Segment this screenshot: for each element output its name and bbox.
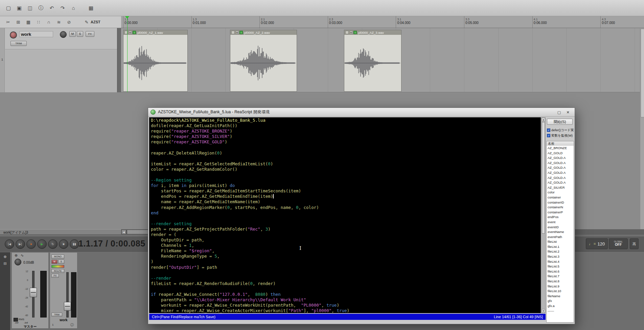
watch-variable[interactable]: color xyxy=(547,190,574,195)
watch-variable[interactable]: AZ_BRONZE xyxy=(547,146,574,151)
code-line[interactable]: mixer = reaper.AZ_Wwise_CreateActorMixer… xyxy=(151,308,541,313)
defer-checkbox[interactable]: ✓ defer()コード実行 xyxy=(547,128,574,132)
playrate-label[interactable]: 再 xyxy=(630,238,639,249)
cut-items-icon[interactable]: ✂ xyxy=(5,18,12,26)
watch-variable[interactable]: eventID xyxy=(547,225,574,230)
open-project-icon[interactable]: ▣ xyxy=(16,4,23,12)
code-line[interactable] xyxy=(151,216,541,221)
code-line[interactable] xyxy=(151,286,541,292)
watch-variable[interactable]: fileList.6 xyxy=(547,269,574,274)
watch-variable[interactable]: fileList.7 xyxy=(547,274,574,279)
watch-variable[interactable]: eventName xyxy=(547,230,574,235)
code-line[interactable]: name = reaper.AZ_GetMediaItemName(item) xyxy=(151,199,541,205)
master-env-icon[interactable]: ∿ xyxy=(21,253,24,258)
mixer-mute-button[interactable]: M xyxy=(51,260,58,264)
code-line[interactable] xyxy=(151,270,541,276)
undo-icon[interactable]: ↶ xyxy=(48,4,55,12)
watch-variable[interactable]: gfx.a xyxy=(547,304,574,309)
mixer-trim-button[interactable]: TRIM xyxy=(51,313,62,316)
mixer-rail-icon-1[interactable]: ⊕ xyxy=(0,255,10,259)
track-mute-button[interactable]: M xyxy=(69,31,76,37)
play-button[interactable]: ▶ xyxy=(37,239,47,249)
code-line[interactable] xyxy=(151,156,541,161)
edit-mode-icon[interactable]: ✎ xyxy=(83,18,90,26)
go-to-end-button[interactable]: ▶| xyxy=(16,239,25,249)
code-line[interactable]: path = reaper.AZ_SetProjectPathFolder("R… xyxy=(151,227,541,232)
watch-variable[interactable]: AZ_GOLD.A xyxy=(547,165,574,170)
code-line[interactable]: end xyxy=(151,210,541,216)
watch-variable[interactable]: AZ_GOLD.A xyxy=(547,180,574,185)
code-line[interactable] xyxy=(151,172,541,178)
code-line[interactable]: workunit = reaper.AZ_Wwise_CreateWorkUni… xyxy=(151,303,541,308)
code-line[interactable]: fileList = reaper.AZ_RenderToAudioFile(0… xyxy=(151,281,541,286)
code-line[interactable]: if reaper.AZ_Wwise_Connect("127.0.0.1", … xyxy=(151,292,541,297)
watch-variable[interactable]: fileList.1 xyxy=(547,244,574,250)
record-arm-button[interactable] xyxy=(10,31,17,39)
info-icon[interactable]: ⓘ xyxy=(70,323,74,327)
watch-variable-list[interactable]: AZ_BRONZEAZ_GOLDAZ_GOLD.AAZ_GOLD.AAZ_GOL… xyxy=(546,146,574,323)
ide-titlebar[interactable]: AZSTOKE_Wwise_FullAuto_Bank_5.lua - ReaS… xyxy=(148,108,575,117)
mixer-solo-button[interactable]: S xyxy=(58,260,64,264)
timeline-ruler[interactable]: 1.10:00.0001.30:01.0002.10:02.0002.30:03… xyxy=(121,16,644,28)
track-solo-button[interactable]: S xyxy=(77,31,83,37)
item-info-badge[interactable]: i xyxy=(353,31,357,34)
lock-toggle-icon[interactable]: ⊘ xyxy=(66,18,72,26)
stop-button[interactable]: ■ xyxy=(59,239,68,249)
item-mute-badge[interactable]: M xyxy=(129,31,132,34)
code-line[interactable]: require("reaper_AZSTOKE_BRONZE") xyxy=(151,128,541,134)
watch-variable[interactable]: fileList.3 xyxy=(547,254,574,259)
hscroll-left-arrow[interactable]: ◀ xyxy=(121,230,126,234)
code-line[interactable]: ) xyxy=(151,259,541,264)
code-vertical-scrollbar[interactable]: ▲ ▼ xyxy=(541,117,546,313)
close-button[interactable]: ✕ xyxy=(564,109,572,115)
tempo-value[interactable]: 120 xyxy=(597,241,605,246)
master-pan-knob[interactable] xyxy=(15,259,21,265)
watch-variable[interactable]: —— xyxy=(547,309,574,314)
code-line[interactable]: dofile(reaper.AZ_GetLuaInitPath()) xyxy=(151,123,541,128)
watch-variable[interactable]: fileList.10 xyxy=(547,289,574,294)
start-button[interactable]: 開始(S) xyxy=(547,119,573,125)
tempo-display[interactable]: ♩ = 120 xyxy=(586,238,608,249)
item-group-icon[interactable]: ∷ xyxy=(35,18,42,26)
new-project-icon[interactable]: ▢ xyxy=(5,4,12,12)
code-line[interactable]: parentPath = "\\Actor-Mixer Hierarchy\\D… xyxy=(151,297,541,303)
route-button[interactable]: ROUTE xyxy=(51,269,64,273)
vscroll-down-arrow[interactable]: ▼ xyxy=(542,309,545,313)
code-line[interactable]: startPos = reaper.AZ_GetMediaItemStartTi… xyxy=(151,188,541,194)
watch-variable[interactable]: endPos xyxy=(547,215,574,220)
code-line[interactable]: for i, item in pairs(itemList) do xyxy=(151,183,541,188)
item-mute-badge[interactable]: M xyxy=(235,31,239,34)
grid-toggle-icon[interactable]: ▦ xyxy=(25,18,32,26)
vscroll-thumb[interactable] xyxy=(542,122,545,234)
media-item-3[interactable]: M i pl0000_AZ_3.wav xyxy=(344,30,401,92)
watch-variable[interactable]: AZ_GOLD.A xyxy=(547,175,574,181)
watch-variable[interactable]: fileList.9 xyxy=(547,284,574,289)
panel-splitter[interactable] xyxy=(117,28,121,92)
code-line[interactable]: render = ( xyxy=(151,232,541,237)
redo-icon[interactable]: ↷ xyxy=(59,4,66,12)
mixer-fx-button[interactable]: FX xyxy=(51,274,59,278)
watch-variable[interactable]: containerN xyxy=(547,205,574,210)
watch-variable[interactable]: AZ_GOLD.A xyxy=(547,156,574,161)
code-line[interactable]: --Region setting xyxy=(151,178,541,183)
code-line[interactable]: reaper.AZ_AddRegionMarker(0, startPos, e… xyxy=(151,205,541,210)
code-line[interactable]: endPos = reaper.AZ_GetMediaItemEndTime(i… xyxy=(151,194,541,199)
snap-toggle-icon[interactable]: ∩ xyxy=(45,18,52,26)
watch-variable[interactable]: fileList.5 xyxy=(547,264,574,269)
ripple-edit-icon[interactable]: ≋ xyxy=(55,18,62,26)
item-lock-badge[interactable] xyxy=(345,31,349,34)
code-line[interactable]: RenderingRangeType = 5, xyxy=(151,254,541,259)
master-fader-handle[interactable] xyxy=(30,288,37,297)
project-settings-icon[interactable]: ⓘ xyxy=(37,4,45,12)
global-automation-button[interactable]: GLOBAL OFF xyxy=(609,238,628,249)
watch-variable[interactable]: container xyxy=(547,195,574,200)
code-line[interactable]: require("reaper_AZSTOKE_SILVER") xyxy=(151,134,541,139)
master-route-icon[interactable]: ⊕ xyxy=(15,253,18,258)
watch-variable[interactable]: gfx xyxy=(547,299,574,304)
record-button[interactable]: ● xyxy=(26,239,36,249)
glue-items-icon[interactable]: ⊞ xyxy=(15,18,22,26)
code-line[interactable]: Channels = 1, xyxy=(151,243,541,248)
item-info-badge[interactable]: i xyxy=(239,31,243,34)
watch-variable[interactable]: fileList.4 xyxy=(547,259,574,264)
lock-icon[interactable]: ⌂ xyxy=(70,4,77,12)
